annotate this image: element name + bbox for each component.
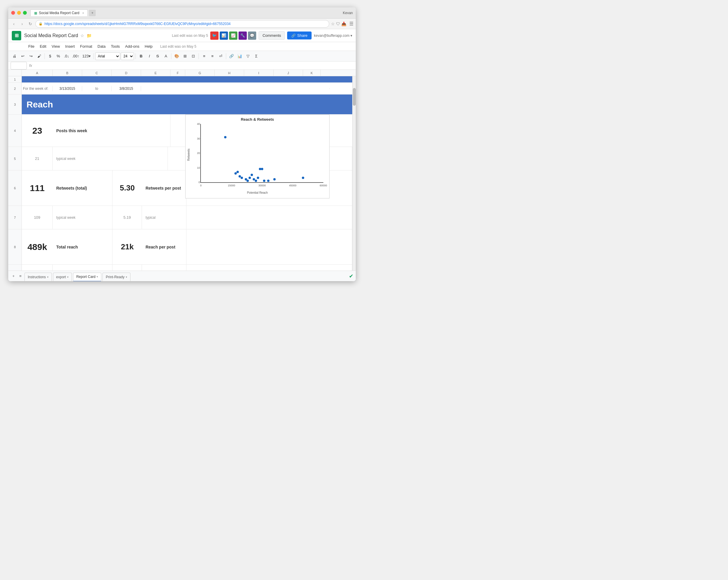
minimize-button[interactable] xyxy=(17,11,21,15)
cell-e9[interactable]: typical xyxy=(142,265,186,270)
menu-addons[interactable]: Add-ons xyxy=(123,43,142,50)
cell-b8[interactable]: Total reach xyxy=(53,229,112,264)
user-email[interactable]: kevan@bufferapp.com ▾ xyxy=(314,33,352,38)
cell-d8[interactable]: 21k xyxy=(112,229,142,264)
cell-a8[interactable]: 489k xyxy=(22,229,53,264)
col-header-d[interactable]: D xyxy=(112,70,141,76)
cell-d6[interactable]: 5.30 xyxy=(112,170,142,206)
cell-e7[interactable]: typical xyxy=(142,206,186,229)
tab-export[interactable]: export ▾ xyxy=(53,273,72,282)
cell-b7[interactable]: typical week xyxy=(53,206,112,229)
cell-c2[interactable]: to xyxy=(82,86,112,91)
italic-button[interactable]: I xyxy=(146,52,153,60)
vertical-scrollbar[interactable] xyxy=(352,76,356,270)
cell-reach-header[interactable]: Reach xyxy=(22,99,352,110)
extension-icon-2[interactable]: 📥 xyxy=(341,22,346,26)
menu-view[interactable]: View xyxy=(49,43,62,50)
star-icon[interactable]: ☆ xyxy=(80,33,84,38)
share-button[interactable]: 🔗 Share xyxy=(287,31,312,39)
align-center[interactable]: ≡ xyxy=(208,52,216,60)
menu-edit[interactable]: Edit xyxy=(37,43,49,50)
cell-e2-rest[interactable] xyxy=(141,88,330,89)
wrap-text[interactable]: ⏎ xyxy=(217,52,225,60)
browser-menu-icon[interactable]: ☰ xyxy=(349,21,354,26)
percent-button[interactable]: % xyxy=(54,52,62,60)
cell-d2[interactable]: 3/8/2015 xyxy=(112,86,141,91)
cell-a2[interactable]: For the week of: xyxy=(22,86,53,91)
maximize-button[interactable] xyxy=(23,11,27,15)
extension-icon-1[interactable]: 🛡 xyxy=(336,22,340,26)
cell-e8[interactable]: Reach per post xyxy=(142,229,186,264)
align-left[interactable]: ≡ xyxy=(200,52,208,60)
col-header-a[interactable]: A xyxy=(22,70,53,76)
cell-a5[interactable]: 21 xyxy=(22,147,53,170)
font-selector[interactable]: Arial xyxy=(95,52,120,60)
forward-button[interactable]: › xyxy=(19,21,25,27)
menu-insert[interactable]: Insert xyxy=(63,43,77,50)
back-button[interactable]: ‹ xyxy=(10,21,17,27)
undo-button[interactable]: ↩ xyxy=(19,52,26,60)
bold-button[interactable]: B xyxy=(137,52,145,60)
col-header-i[interactable]: I xyxy=(244,70,274,76)
folder-icon[interactable]: 📁 xyxy=(86,33,92,38)
functions[interactable]: Σ xyxy=(252,52,260,60)
new-tab-button[interactable]: + xyxy=(89,10,96,16)
cell-b9[interactable]: typical xyxy=(53,265,112,270)
col-header-j[interactable]: J xyxy=(274,70,303,76)
menu-data[interactable]: Data xyxy=(95,43,108,50)
insert-filter[interactable]: ▽ xyxy=(244,52,252,60)
col-header-k[interactable]: K xyxy=(303,70,321,76)
increase-decimal[interactable]: .00↑ xyxy=(71,52,81,60)
cell-b4[interactable]: Posts this week xyxy=(53,114,171,147)
cell-d7[interactable]: 5.19 xyxy=(112,206,142,229)
browser-tab-active[interactable]: ▦ Social Media Report Card × xyxy=(30,9,88,16)
col-header-c[interactable]: C xyxy=(82,70,112,76)
text-color-button[interactable]: A xyxy=(162,52,170,60)
cell-e6[interactable]: Retweets per post xyxy=(142,170,186,206)
col-header-f[interactable]: F xyxy=(171,70,185,76)
cell-d9[interactable]: 33k xyxy=(112,265,142,270)
sheet-menu-button[interactable]: ≡ xyxy=(18,272,24,280)
fill-color-button[interactable]: 🎨 xyxy=(173,52,181,60)
ext-icon-1[interactable]: 🐦 xyxy=(210,31,218,40)
insert-chart[interactable]: 📊 xyxy=(236,52,243,60)
ext-icon-2[interactable]: 📊 xyxy=(220,31,228,40)
print-button[interactable]: 🖨 xyxy=(10,52,18,60)
close-button[interactable] xyxy=(11,11,15,15)
paint-format-button[interactable]: 🖌 xyxy=(35,52,43,60)
strikethrough-button[interactable]: S xyxy=(154,52,161,60)
ext-icon-4[interactable]: 🔧 xyxy=(238,31,247,40)
cell-a6[interactable]: 111 xyxy=(22,170,53,206)
cell-b6[interactable]: Retweets (total) xyxy=(53,170,112,206)
add-sheet-button[interactable]: + xyxy=(10,272,17,280)
ext-icon-chat[interactable]: 💬 xyxy=(248,31,256,40)
more-formats[interactable]: 123▾ xyxy=(81,52,92,60)
cell-a7[interactable]: 109 xyxy=(22,206,53,229)
col-header-b[interactable]: B xyxy=(53,70,82,76)
col-header-h[interactable]: H xyxy=(215,70,244,76)
tab-instructions[interactable]: Instructions ▾ xyxy=(24,273,52,282)
redo-button[interactable]: ↪ xyxy=(27,52,35,60)
cell-a9[interactable]: 694k xyxy=(22,265,53,270)
col-header-g[interactable]: G xyxy=(185,70,215,76)
tab-close-button[interactable]: × xyxy=(82,11,84,15)
cell-b2[interactable]: 3/13/2015 xyxy=(53,86,82,91)
cell-b5[interactable]: typical week xyxy=(53,147,168,170)
comments-button[interactable]: Comments xyxy=(259,31,285,40)
menu-format[interactable]: Format xyxy=(78,43,95,50)
currency-button[interactable]: $ xyxy=(46,52,54,60)
cell-a1[interactable] xyxy=(22,76,53,82)
ext-icon-3[interactable]: 📈 xyxy=(229,31,237,40)
menu-tools[interactable]: Tools xyxy=(108,43,122,50)
decrease-decimal[interactable]: .0↓ xyxy=(63,52,70,60)
cell-reference[interactable] xyxy=(10,62,27,70)
cell-a4[interactable]: 23 xyxy=(22,114,53,147)
bookmark-icon[interactable]: ☆ xyxy=(331,22,335,26)
tab-print-ready[interactable]: Print-Ready ▾ xyxy=(103,273,130,282)
insert-link[interactable]: 🔗 xyxy=(228,52,235,60)
scrollbar-thumb[interactable] xyxy=(353,88,356,106)
url-bar[interactable]: 🔒 https://docs.google.com/spreadsheets/d… xyxy=(35,20,329,28)
merge-button[interactable]: ⊡ xyxy=(189,52,197,60)
reload-button[interactable]: ↻ xyxy=(27,21,33,27)
menu-help[interactable]: Help xyxy=(142,43,155,50)
